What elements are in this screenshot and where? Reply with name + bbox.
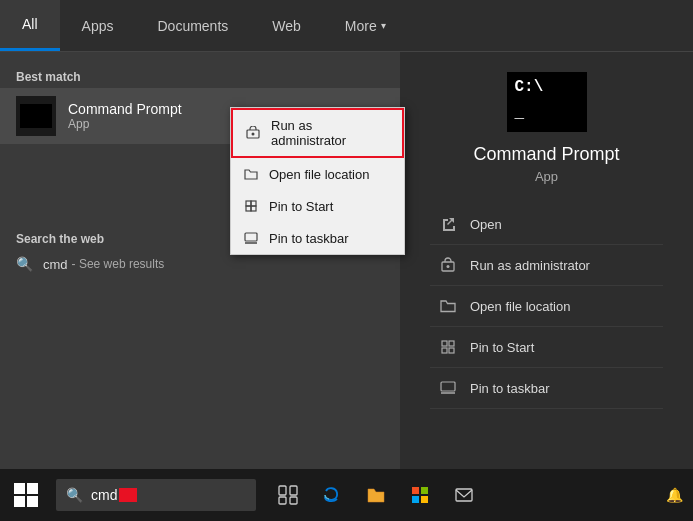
tab-more-label: More	[345, 18, 377, 34]
svg-rect-2	[246, 201, 251, 206]
mail-button[interactable]	[444, 469, 484, 521]
shield-icon	[438, 255, 458, 275]
web-see-results: - See web results	[72, 257, 165, 271]
context-menu: Run as administrator Open file location	[230, 107, 405, 255]
taskbar: 🔍 cmd	[0, 469, 693, 521]
main-area: Best match Command Prompt App R	[0, 52, 693, 521]
context-open-file-location[interactable]: Open file location	[231, 158, 404, 190]
search-cursor	[119, 488, 137, 502]
open-file-location-label: Open file location	[269, 167, 369, 182]
pin-start-label-right: Pin to Start	[470, 340, 534, 355]
app-type-label: App	[68, 117, 182, 131]
svg-rect-17	[290, 497, 297, 504]
open-label: Open	[470, 217, 502, 232]
svg-rect-18	[412, 487, 419, 494]
left-panel: Best match Command Prompt App R	[0, 52, 400, 521]
win-pane-1	[14, 483, 25, 494]
run-admin-label: Run as administrator	[470, 258, 590, 273]
pin-to-taskbar-label: Pin to taskbar	[269, 231, 349, 246]
windows-logo	[14, 483, 38, 507]
context-run-as-admin[interactable]: Run as administrator	[231, 108, 404, 158]
right-action-open[interactable]: Open	[430, 204, 663, 245]
win-pane-2	[27, 483, 38, 494]
tab-web[interactable]: Web	[250, 0, 323, 51]
store-button[interactable]	[400, 469, 440, 521]
right-action-open-file[interactable]: Open file location	[430, 286, 663, 327]
taskbar-search-text: cmd	[91, 487, 117, 503]
svg-rect-13	[441, 382, 455, 391]
pin-taskbar-right-icon	[438, 378, 458, 398]
svg-rect-4	[246, 206, 251, 211]
svg-rect-5	[251, 206, 256, 211]
pin-start-icon	[243, 198, 259, 214]
file-explorer-button[interactable]	[356, 469, 396, 521]
svg-rect-9	[442, 341, 447, 346]
svg-rect-3	[251, 201, 256, 206]
open-file-location-label-right: Open file location	[470, 299, 570, 314]
web-search-text: cmd	[43, 257, 68, 272]
right-panel: Command Prompt App Open	[400, 52, 693, 521]
svg-rect-10	[449, 341, 454, 346]
tab-more[interactable]: More ▾	[323, 0, 408, 51]
run-as-admin-label: Run as administrator	[271, 118, 390, 148]
web-search-item[interactable]: 🔍 cmd - See web results	[16, 252, 384, 276]
right-actions: Open Run as administrator	[420, 204, 673, 409]
svg-rect-16	[279, 497, 286, 504]
svg-point-1	[252, 133, 255, 136]
tab-apps[interactable]: Apps	[60, 0, 136, 51]
pin-to-start-label: Pin to Start	[269, 199, 333, 214]
win-pane-4	[27, 496, 38, 507]
cmd-app-icon	[16, 96, 56, 136]
right-action-pin-start[interactable]: Pin to Start	[430, 327, 663, 368]
svg-rect-11	[442, 348, 447, 353]
run-as-admin-icon	[245, 125, 261, 141]
svg-rect-15	[290, 486, 297, 495]
open-icon	[438, 214, 458, 234]
right-app-type: App	[535, 169, 558, 184]
right-app-name: Command Prompt	[473, 144, 619, 165]
tab-apps-label: Apps	[82, 18, 114, 34]
svg-rect-6	[245, 233, 257, 241]
taskbar-icons	[268, 469, 484, 521]
svg-point-8	[447, 265, 450, 268]
taskbar-search-bar[interactable]: 🔍 cmd	[56, 479, 256, 511]
cmd-preview-icon	[507, 72, 587, 132]
svg-rect-21	[421, 496, 428, 503]
svg-rect-14	[279, 486, 286, 495]
tab-documents[interactable]: Documents	[135, 0, 250, 51]
nav-bar: All Apps Documents Web More ▾	[0, 0, 693, 52]
svg-rect-19	[421, 487, 428, 494]
right-action-run-admin[interactable]: Run as administrator	[430, 245, 663, 286]
pin-taskbar-label-right: Pin to taskbar	[470, 381, 550, 396]
app-info: Command Prompt App	[68, 101, 182, 131]
chevron-down-icon: ▾	[381, 20, 386, 31]
start-button[interactable]	[0, 469, 52, 521]
context-pin-to-start[interactable]: Pin to Start	[231, 190, 404, 222]
tab-all-label: All	[22, 16, 38, 32]
folder-icon	[243, 166, 259, 182]
tab-documents-label: Documents	[157, 18, 228, 34]
taskbar-system-icons: 🔔	[666, 487, 693, 503]
cmd-icon-inner	[20, 104, 52, 128]
taskbar-search-icon: 🔍	[66, 487, 83, 503]
context-pin-to-taskbar[interactable]: Pin to taskbar	[231, 222, 404, 254]
search-icon: 🔍	[16, 256, 33, 272]
best-match-label: Best match	[0, 64, 400, 88]
svg-rect-12	[449, 348, 454, 353]
pin-start-right-icon	[438, 337, 458, 357]
tab-all[interactable]: All	[0, 0, 60, 51]
app-name: Command Prompt	[68, 101, 182, 117]
task-view-button[interactable]	[268, 469, 308, 521]
svg-rect-22	[456, 489, 472, 501]
right-action-pin-taskbar[interactable]: Pin to taskbar	[430, 368, 663, 409]
folder-open-icon	[438, 296, 458, 316]
pin-taskbar-icon	[243, 230, 259, 246]
svg-rect-20	[412, 496, 419, 503]
win-pane-3	[14, 496, 25, 507]
edge-browser-button[interactable]	[312, 469, 352, 521]
tab-web-label: Web	[272, 18, 301, 34]
notification-icon[interactable]: 🔔	[666, 487, 683, 503]
